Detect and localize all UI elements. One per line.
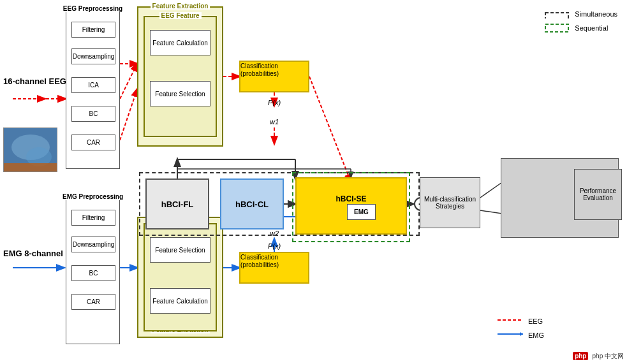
eeg-ica-box: ICA: [71, 77, 115, 93]
px-eeg-label: P(x): [268, 99, 281, 106]
hbci-fl-box: hBCI-FL: [145, 178, 209, 229]
legend-eeg-line: [498, 317, 523, 326]
legend-eeg: EEG: [498, 317, 544, 326]
svg-rect-48: [545, 24, 568, 32]
classification-emg: Classification (probabilities): [239, 252, 309, 284]
emg-preproc-title: EMG Preprocessing: [61, 193, 125, 200]
multi-classification-box: Multi-classification Strategies: [420, 177, 480, 228]
feat-sel-emg: Feature Selection: [150, 237, 210, 263]
emg-filtering-box: Filtering: [71, 210, 115, 226]
hbci-cl-box: hBCI-CL: [220, 178, 284, 229]
performance-evaluation-box: Performance Evaluation: [574, 169, 622, 220]
legend-simultaneous: Simultaneous: [544, 10, 617, 18]
feat-calc-eeg: Feature Calculation: [150, 30, 210, 55]
emg-bc-box: BC: [71, 265, 115, 281]
feat-calc-emg: Feature Calculation: [150, 288, 210, 314]
eeg-feature-inner-title: EEG Feature: [159, 12, 201, 19]
eeg-feature-inner: EEG Feature Feature Calculation Feature …: [144, 16, 217, 137]
w1-label: w1: [265, 118, 284, 131]
emg-car-box: CAR: [71, 294, 115, 310]
feat-extract-eeg-title: Feature Extraction: [151, 3, 210, 10]
eeg-input-label: 16-channel EEG: [3, 76, 66, 87]
legend-sequential: Sequential: [544, 24, 617, 33]
legend-container: Simultaneous Sequential: [544, 10, 617, 38]
eeg-image: [3, 127, 57, 172]
svg-line-36: [120, 64, 137, 99]
diagram-container: 16-channel EEG EMG 8-channel EEG Preproc…: [0, 0, 627, 364]
feat-sel-eeg: Feature Selection: [150, 81, 210, 106]
legend-emg: EMG: [498, 331, 544, 340]
classification-eeg: Classification (probabilities): [239, 61, 309, 92]
eeg-preproc-title: EEG Preprocessing: [61, 5, 124, 12]
svg-line-10: [120, 89, 137, 140]
svg-rect-46: [4, 163, 57, 172]
emg-feature-inner: EMG Feature Feature Selection Feature Ca…: [144, 223, 217, 331]
emg-preproc-container: EMG Preprocessing Filtering Downsampling…: [66, 198, 120, 344]
eeg-preproc-container: EEG Preprocessing Filtering Downsampling…: [66, 10, 120, 169]
svg-marker-51: [520, 332, 523, 336]
watermark: php php 中文网: [573, 352, 624, 361]
px-emg-label: P(x): [268, 242, 281, 250]
eeg-filtering-box: Filtering: [71, 22, 115, 38]
legend-sequential-line: [544, 24, 570, 33]
legend-emg-line: [498, 331, 523, 340]
emg-input-label: EMG 8-channel: [3, 249, 63, 259]
svg-rect-47: [545, 13, 568, 18]
eeg-downsampling-box: Downsampling: [71, 48, 115, 64]
hbci-se-box: hBCI-SE EEG ⇄ EMG: [295, 177, 407, 235]
svg-line-15: [309, 76, 351, 182]
eeg-car-box: CAR: [71, 135, 115, 150]
eeg-bc-box: BC: [71, 106, 115, 122]
emg-downsampling-box: Downsampling: [71, 237, 115, 252]
legend-simultaneous-line: [544, 10, 570, 18]
bottom-legend: EEG EMG: [498, 317, 544, 345]
hbci-se-emg: EMG: [347, 204, 376, 220]
